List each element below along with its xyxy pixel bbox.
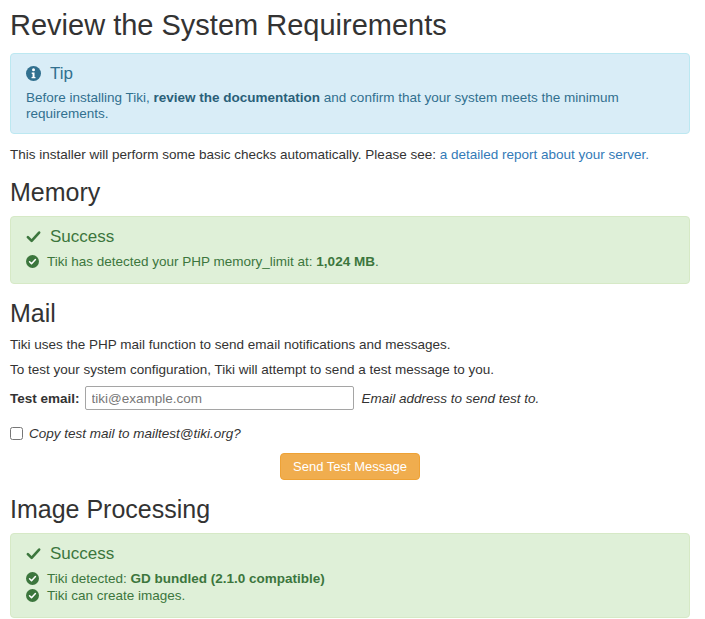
intro-text: This installer will perform some basic c… — [10, 147, 440, 162]
list-item: Tiki can create images. — [26, 587, 674, 604]
installer-page: Review the System Requirements Tip Befor… — [0, 10, 705, 619]
check-icon — [26, 229, 41, 244]
memory-check-list: Tiki has detected your PHP memory_limit … — [26, 253, 674, 270]
test-email-input[interactable] — [85, 386, 354, 410]
copy-test-mail-checkbox[interactable] — [10, 427, 23, 440]
image-processing-alert-heading: Success — [26, 545, 674, 562]
mail-description: Tiki uses the PHP mail function to send … — [10, 337, 690, 353]
mail-heading: Mail — [10, 300, 690, 327]
copy-mail-row: Copy test mail to mailtest@tiki.org? — [10, 426, 690, 441]
info-circle-icon — [26, 66, 41, 81]
image-processing-success-alert: Success Tiki detected: GD bundled (2.1.0… — [10, 533, 690, 618]
tip-alert-title: Tip — [50, 65, 73, 82]
memory-alert-heading: Success — [26, 228, 674, 245]
send-test-message-button[interactable]: Send Test Message — [280, 453, 420, 480]
list-item-text: Tiki has detected your PHP memory_limit … — [47, 253, 379, 270]
image-processing-check-list: Tiki detected: GD bundled (2.1.0 compati… — [26, 570, 674, 604]
list-item-text: Tiki can create images. — [47, 587, 185, 604]
intro-paragraph: This installer will perform some basic c… — [10, 147, 690, 163]
mail-test-description: To test your system configuration, Tiki … — [10, 362, 690, 378]
tip-alert-text: Before installing Tiki, review the docum… — [26, 90, 674, 122]
check-circle-icon — [26, 572, 39, 585]
list-item: Tiki detected: GD bundled (2.1.0 compati… — [26, 570, 674, 587]
server-report-link[interactable]: a detailed report about your server. — [440, 147, 649, 162]
check-circle-icon — [26, 255, 39, 268]
image-processing-heading: Image Processing — [10, 496, 690, 523]
tip-text-before: Before installing Tiki, — [26, 90, 154, 105]
tip-alert: Tip Before installing Tiki, review the d… — [10, 53, 690, 134]
copy-test-mail-label[interactable]: Copy test mail to mailtest@tiki.org? — [29, 426, 241, 441]
image-processing-alert-title: Success — [50, 545, 114, 562]
list-item: Tiki has detected your PHP memory_limit … — [26, 253, 674, 270]
review-documentation-link[interactable]: review the documentation — [154, 90, 321, 105]
memory-heading: Memory — [10, 179, 690, 206]
test-email-label: Test email: — [10, 391, 80, 406]
test-email-help: Email address to send test to. — [362, 391, 540, 406]
send-test-row: Send Test Message — [10, 453, 690, 480]
list-item-text: Tiki detected: GD bundled (2.1.0 compati… — [47, 570, 325, 587]
memory-alert-title: Success — [50, 228, 114, 245]
check-icon — [26, 546, 41, 561]
tip-alert-heading: Tip — [26, 65, 674, 82]
page-title: Review the System Requirements — [10, 10, 690, 41]
memory-success-alert: Success Tiki has detected your PHP memor… — [10, 216, 690, 284]
check-circle-icon — [26, 589, 39, 602]
test-email-row: Test email: Email address to send test t… — [10, 386, 690, 410]
